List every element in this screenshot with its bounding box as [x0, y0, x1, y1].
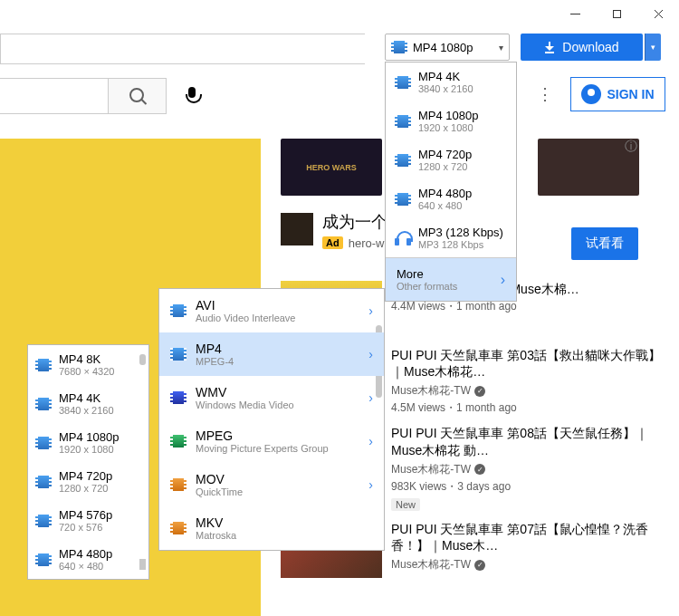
format-dropdown: MP4 4K3840 x 2160 MP4 1080p1920 x 1080 M…	[385, 62, 517, 302]
advertiser-icon	[281, 213, 313, 245]
format-select-label: MP4 1080p	[413, 41, 473, 54]
video-icon	[395, 154, 411, 167]
ad-info-icon[interactable]: ⓘ	[625, 140, 637, 153]
format-option-mp4-480p[interactable]: MP4 480p640 x 480	[386, 179, 516, 218]
chevron-right-icon: ›	[368, 477, 373, 492]
video-icon	[170, 391, 186, 404]
microphone-icon	[186, 87, 198, 105]
format-option-mp4-4k[interactable]: MP4 4K3840 x 2160	[386, 63, 516, 101]
avatar-icon	[581, 84, 601, 104]
video-icon	[170, 478, 186, 491]
format-select[interactable]: MP4 1080p ▾	[385, 34, 510, 61]
resolution-option-720p[interactable]: MP4 720p1280 x 720	[28, 462, 148, 501]
resolution-option-576p[interactable]: MP4 576p720 x 576	[28, 501, 148, 540]
format-family-mpeg[interactable]: MPEGMoving Picture Experts Group›	[159, 419, 384, 463]
search-input[interactable]	[0, 78, 109, 114]
video-icon	[170, 522, 186, 534]
video-icon	[395, 76, 411, 89]
chevron-down-icon: ▾	[499, 43, 503, 53]
chevron-right-icon: ›	[368, 303, 373, 318]
video-icon	[170, 348, 186, 361]
video-title[interactable]: PUI PUI 天竺鼠車車 第03話【救出貓咪大作戰】｜Muse木棉花…	[391, 347, 661, 380]
ad-thumbnail-left[interactable]: HERO WARS	[281, 139, 382, 196]
video-icon	[35, 553, 52, 566]
url-input[interactable]	[0, 34, 365, 64]
video-channel[interactable]: Muse木棉花-TW✓	[391, 462, 661, 477]
resolution-option-8k[interactable]: MP4 8K7680 × 4320	[28, 345, 148, 384]
download-split-button[interactable]: ▾	[645, 34, 661, 61]
chevron-right-icon: ›	[501, 272, 505, 288]
ad-title: 成为一个	[322, 213, 387, 233]
video-icon	[35, 359, 52, 371]
resolution-menu: MP4 8K7680 × 4320 MP4 4K3840 x 2160 MP4 …	[27, 344, 149, 580]
format-option-mp4-1080p[interactable]: MP4 1080p1920 x 1080	[386, 101, 516, 140]
video-icon	[35, 515, 52, 527]
video-channel[interactable]: Muse木棉花-TW✓	[391, 383, 661, 399]
video-icon	[170, 435, 186, 448]
sign-in-label: SIGN IN	[607, 87, 654, 101]
audio-icon	[395, 231, 411, 245]
chevron-right-icon: ›	[368, 390, 373, 405]
format-more-option[interactable]: MoreOther formats ›	[386, 257, 516, 301]
format-option-mp4-720p[interactable]: MP4 720p1280 x 720	[386, 140, 516, 179]
verified-icon: ✓	[474, 464, 485, 475]
download-icon	[544, 42, 555, 53]
video-icon	[170, 304, 186, 317]
search-button[interactable]	[109, 78, 167, 114]
video-title[interactable]: PUI PUI 天竺鼠車車 第08話【天竺鼠任務】｜Muse木棉花 動…	[391, 425, 661, 457]
download-button-label: Download	[562, 40, 618, 54]
ad-row: 成为一个 Ad hero-w	[281, 213, 387, 250]
video-stats: 4.5M views・1 month ago	[391, 400, 661, 416]
format-family-avi[interactable]: AVIAudio Video Interleave›	[159, 289, 384, 332]
new-badge: New	[391, 498, 420, 511]
scrollbar-down[interactable]	[139, 559, 146, 570]
settings-menu-button[interactable]: ⋮	[527, 76, 563, 112]
scrollbar-up[interactable]	[139, 354, 146, 365]
format-family-wmv[interactable]: WMVWindows Media Video›	[159, 376, 384, 419]
format-family-mov[interactable]: MOVQuickTime›	[159, 463, 384, 506]
sign-in-button[interactable]: SIGN IN	[570, 77, 665, 111]
verified-icon: ✓	[474, 386, 485, 397]
video-icon	[395, 193, 411, 206]
video-icon	[35, 398, 52, 410]
video-icon	[35, 476, 52, 488]
format-family-mp4[interactable]: MP4MPEG-4›	[159, 332, 384, 376]
format-family-menu: AVIAudio Video Interleave› MP4MPEG-4› WM…	[158, 288, 385, 551]
voice-search-button[interactable]	[174, 78, 210, 114]
window-close-button[interactable]	[637, 0, 679, 27]
video-stats: 983K views・3 days ago	[391, 479, 661, 495]
download-button[interactable]: Download	[521, 34, 643, 61]
ad-cta-button[interactable]: 试看看	[571, 227, 638, 260]
svg-rect-1	[613, 10, 620, 17]
window-maximize-button[interactable]	[596, 0, 637, 27]
video-channel[interactable]: Muse木棉花-TW✓	[391, 557, 661, 573]
chevron-right-icon: ›	[368, 347, 373, 361]
ad-host: hero-w	[349, 236, 385, 250]
window-titlebar	[554, 0, 679, 27]
resolution-option-480p[interactable]: MP4 480p640 × 480	[28, 540, 148, 579]
video-icon	[391, 41, 407, 53]
chevron-right-icon: ›	[368, 434, 373, 448]
ad-badge: Ad	[322, 236, 343, 249]
verified-icon: ✓	[474, 560, 485, 571]
format-option-mp3[interactable]: MP3 (128 Kbps)MP3 128 Kbps	[386, 218, 516, 257]
format-family-mkv[interactable]: MKVMatroska	[159, 506, 384, 550]
resolution-option-4k[interactable]: MP4 4K3840 x 2160	[28, 384, 148, 423]
resolution-option-1080p[interactable]: MP4 1080p1920 x 1080	[28, 423, 148, 462]
video-title[interactable]: PUI PUI 天竺鼠車車 第07話【鼠心惶惶？洗香香！】｜Muse木…	[391, 521, 661, 553]
window-minimize-button[interactable]	[554, 0, 596, 27]
video-icon	[395, 115, 411, 128]
video-icon	[35, 437, 52, 449]
search-icon	[129, 87, 147, 105]
